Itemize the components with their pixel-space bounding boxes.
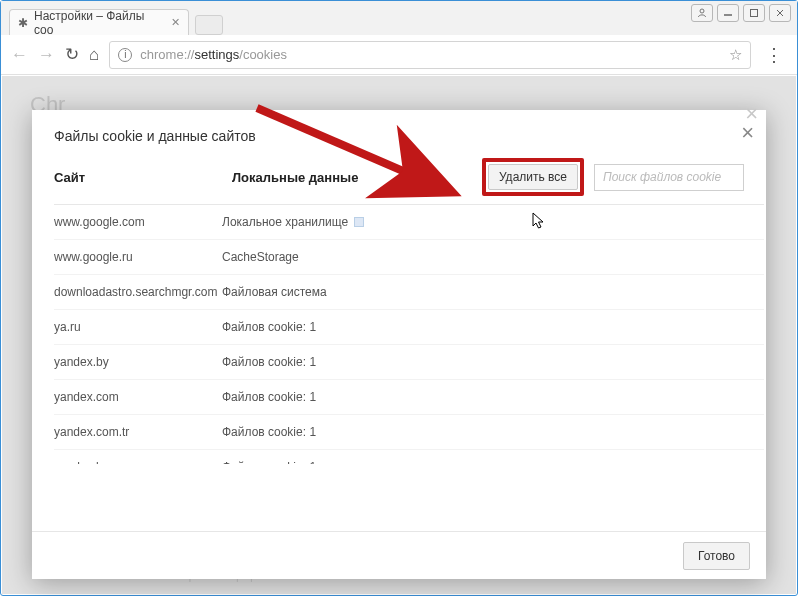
cookie-row[interactable]: downloadastro.searchmgr.comФайловая сист… bbox=[54, 275, 764, 310]
cookies-dialog: × × Файлы cookie и данные сайтов Сайт Ло… bbox=[32, 110, 766, 579]
home-button[interactable]: ⌂ bbox=[89, 45, 99, 65]
close-tab-icon[interactable]: ✕ bbox=[171, 16, 180, 29]
cookie-site: yandex.by bbox=[54, 355, 222, 369]
cookies-list[interactable]: www.google.comЛокальное хранилищеwww.goo… bbox=[54, 204, 764, 464]
column-header-data: Локальные данные bbox=[232, 170, 442, 185]
toolbar: ← → ↻ ⌂ i chrome://settings/cookies ☆ ⋮ bbox=[1, 35, 797, 75]
browser-tab[interactable]: ✱ Настройки – Файлы coo ✕ bbox=[9, 9, 189, 35]
cookie-site: downloadastro.searchmgr.com bbox=[54, 285, 222, 299]
delete-all-button[interactable]: Удалить все bbox=[488, 164, 578, 190]
cookie-data: CacheStorage bbox=[222, 250, 764, 264]
cookie-row[interactable]: yandex.byФайлов cookie: 1 bbox=[54, 345, 764, 380]
gear-icon: ✱ bbox=[18, 16, 28, 30]
cookie-row[interactable]: ya.ruФайлов cookie: 1 bbox=[54, 310, 764, 345]
dialog-close-icon[interactable]: × bbox=[741, 120, 754, 146]
bookmark-star-icon[interactable]: ☆ bbox=[729, 46, 742, 64]
local-storage-badge-icon bbox=[354, 217, 364, 227]
done-button[interactable]: Готово bbox=[683, 542, 750, 570]
minimize-button[interactable] bbox=[717, 4, 739, 22]
cookie-row[interactable]: yandex.comФайлов cookie: 1 bbox=[54, 380, 764, 415]
chrome-menu-icon[interactable]: ⋮ bbox=[761, 44, 787, 66]
tab-title: Настройки – Файлы coo bbox=[34, 9, 165, 37]
user-icon[interactable] bbox=[691, 4, 713, 22]
svg-rect-2 bbox=[751, 10, 758, 17]
annotation-highlight: Удалить все bbox=[482, 158, 584, 196]
cookie-site: www.google.ru bbox=[54, 250, 222, 264]
cookie-data: Файлов cookie: 1 bbox=[222, 460, 764, 464]
column-header-site: Сайт bbox=[54, 170, 222, 185]
cookie-search-input[interactable] bbox=[594, 164, 744, 191]
back-button[interactable]: ← bbox=[11, 45, 28, 65]
cookie-site: yandex.com bbox=[54, 390, 222, 404]
maximize-button[interactable] bbox=[743, 4, 765, 22]
new-tab-button[interactable] bbox=[195, 15, 223, 35]
page-viewport: Chr Пароли и формы × × Файлы cookie и да… bbox=[2, 76, 796, 594]
close-window-button[interactable] bbox=[769, 4, 791, 22]
forward-button[interactable]: → bbox=[38, 45, 55, 65]
svg-point-0 bbox=[700, 9, 704, 13]
url-text: chrome://settings/cookies bbox=[140, 47, 287, 62]
cookie-data: Файловая система bbox=[222, 285, 764, 299]
tab-strip: ✱ Настройки – Файлы coo ✕ bbox=[1, 1, 797, 35]
cookie-row[interactable]: www.google.comЛокальное хранилище bbox=[54, 205, 764, 240]
cookie-row[interactable]: yandex.kzФайлов cookie: 1 bbox=[54, 450, 764, 464]
cookie-row[interactable]: yandex.com.trФайлов cookie: 1 bbox=[54, 415, 764, 450]
cookie-data: Локальное хранилище bbox=[222, 215, 764, 229]
cookie-site: ya.ru bbox=[54, 320, 222, 334]
site-info-icon[interactable]: i bbox=[118, 48, 132, 62]
cookie-row[interactable]: www.google.ruCacheStorage bbox=[54, 240, 764, 275]
cookie-data: Файлов cookie: 1 bbox=[222, 390, 764, 404]
cookie-site: yandex.kz bbox=[54, 460, 222, 464]
window-controls bbox=[691, 4, 791, 22]
cookie-data: Файлов cookie: 1 bbox=[222, 355, 764, 369]
address-bar[interactable]: i chrome://settings/cookies ☆ bbox=[109, 41, 751, 69]
reload-button[interactable]: ↻ bbox=[65, 44, 79, 65]
cookie-data: Файлов cookie: 1 bbox=[222, 320, 764, 334]
dialog-title: Файлы cookie и данные сайтов bbox=[32, 110, 766, 158]
cookie-data: Файлов cookie: 1 bbox=[222, 425, 764, 439]
cookie-site: yandex.com.tr bbox=[54, 425, 222, 439]
cookie-site: www.google.com bbox=[54, 215, 222, 229]
